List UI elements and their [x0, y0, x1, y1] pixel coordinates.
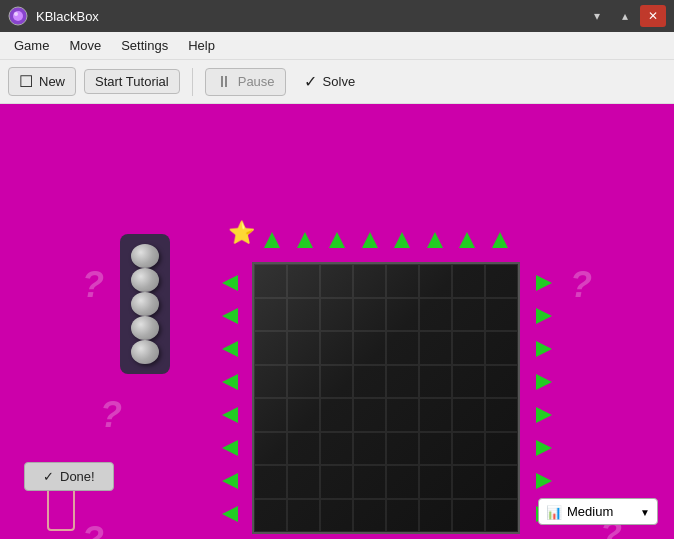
- cell-8-3[interactable]: [320, 499, 353, 533]
- done-button[interactable]: ✓ Done!: [24, 462, 114, 491]
- cell-8-7[interactable]: [452, 499, 485, 533]
- cell-4-7[interactable]: [452, 365, 485, 399]
- solve-button[interactable]: ✓ Solve: [294, 68, 366, 95]
- cell-4-5[interactable]: [386, 365, 419, 399]
- cell-6-8[interactable]: [485, 432, 518, 466]
- cell-3-4[interactable]: [353, 331, 386, 365]
- arrow-left-5[interactable]: [219, 404, 241, 426]
- arrow-right-5[interactable]: [533, 404, 555, 426]
- cell-7-2[interactable]: [287, 465, 320, 499]
- cell-6-4[interactable]: [353, 432, 386, 466]
- arrow-top-7[interactable]: [456, 229, 478, 251]
- arrow-left-1[interactable]: [219, 272, 241, 294]
- cell-5-5[interactable]: [386, 398, 419, 432]
- cell-3-2[interactable]: [287, 331, 320, 365]
- cell-3-1[interactable]: [254, 331, 287, 365]
- cell-2-5[interactable]: [386, 298, 419, 332]
- cell-7-6[interactable]: [419, 465, 452, 499]
- cell-8-8[interactable]: [485, 499, 518, 533]
- menu-help[interactable]: Help: [178, 35, 225, 56]
- cell-2-6[interactable]: [419, 298, 452, 332]
- close-button[interactable]: ✕: [640, 5, 666, 27]
- arrow-top-2[interactable]: [294, 229, 316, 251]
- cell-5-7[interactable]: [452, 398, 485, 432]
- minimize-button[interactable]: ▾: [584, 5, 610, 27]
- arrow-top-1[interactable]: [261, 229, 283, 251]
- cell-4-3[interactable]: [320, 365, 353, 399]
- start-tutorial-button[interactable]: Start Tutorial: [84, 69, 180, 94]
- cell-7-3[interactable]: [320, 465, 353, 499]
- pause-button[interactable]: ⏸ Pause: [205, 68, 286, 96]
- cell-7-4[interactable]: [353, 465, 386, 499]
- arrow-top-3[interactable]: [326, 229, 348, 251]
- maximize-button[interactable]: ▴: [612, 5, 638, 27]
- cell-6-5[interactable]: [386, 432, 419, 466]
- cell-5-2[interactable]: [287, 398, 320, 432]
- cell-8-5[interactable]: [386, 499, 419, 533]
- arrow-left-6[interactable]: [219, 437, 241, 459]
- arrow-top-4[interactable]: [359, 229, 381, 251]
- cell-4-4[interactable]: [353, 365, 386, 399]
- cell-5-3[interactable]: [320, 398, 353, 432]
- menu-settings[interactable]: Settings: [111, 35, 178, 56]
- cell-3-3[interactable]: [320, 331, 353, 365]
- cell-2-1[interactable]: [254, 298, 287, 332]
- cell-5-6[interactable]: [419, 398, 452, 432]
- cell-1-5[interactable]: [386, 264, 419, 298]
- arrow-top-8[interactable]: [489, 229, 511, 251]
- cell-8-1[interactable]: [254, 499, 287, 533]
- cell-1-4[interactable]: [353, 264, 386, 298]
- cell-8-4[interactable]: [353, 499, 386, 533]
- cell-4-8[interactable]: [485, 365, 518, 399]
- cell-8-6[interactable]: [419, 499, 452, 533]
- arrow-right-6[interactable]: [533, 437, 555, 459]
- cell-6-1[interactable]: [254, 432, 287, 466]
- difficulty-select[interactable]: Easy Medium Hard Expert: [538, 498, 658, 525]
- cell-2-3[interactable]: [320, 298, 353, 332]
- arrow-right-3[interactable]: [533, 338, 555, 360]
- cell-2-2[interactable]: [287, 298, 320, 332]
- cell-1-8[interactable]: [485, 264, 518, 298]
- cell-5-4[interactable]: [353, 398, 386, 432]
- cell-7-1[interactable]: [254, 465, 287, 499]
- cell-2-7[interactable]: [452, 298, 485, 332]
- cell-7-8[interactable]: [485, 465, 518, 499]
- arrow-right-2[interactable]: [533, 305, 555, 327]
- cell-3-5[interactable]: [386, 331, 419, 365]
- cell-2-8[interactable]: [485, 298, 518, 332]
- cell-5-1[interactable]: [254, 398, 287, 432]
- new-button[interactable]: ☐ New: [8, 67, 76, 96]
- cell-8-2[interactable]: [287, 499, 320, 533]
- cell-6-2[interactable]: [287, 432, 320, 466]
- menu-game[interactable]: Game: [4, 35, 59, 56]
- cell-1-2[interactable]: [287, 264, 320, 298]
- cell-7-5[interactable]: [386, 465, 419, 499]
- cell-4-1[interactable]: [254, 365, 287, 399]
- cell-6-7[interactable]: [452, 432, 485, 466]
- cell-1-7[interactable]: [452, 264, 485, 298]
- arrow-top-5[interactable]: [391, 229, 413, 251]
- arrow-left-3[interactable]: [219, 338, 241, 360]
- cell-1-6[interactable]: [419, 264, 452, 298]
- cell-3-7[interactable]: [452, 331, 485, 365]
- arrow-right-7[interactable]: [533, 470, 555, 492]
- cell-1-1[interactable]: [254, 264, 287, 298]
- cell-4-2[interactable]: [287, 365, 320, 399]
- game-grid[interactable]: [252, 262, 520, 534]
- cell-7-7[interactable]: [452, 465, 485, 499]
- cell-5-8[interactable]: [485, 398, 518, 432]
- cell-1-3[interactable]: [320, 264, 353, 298]
- cell-6-6[interactable]: [419, 432, 452, 466]
- menu-move[interactable]: Move: [59, 35, 111, 56]
- arrow-top-6[interactable]: [424, 229, 446, 251]
- cell-2-4[interactable]: [353, 298, 386, 332]
- cell-3-8[interactable]: [485, 331, 518, 365]
- cell-4-6[interactable]: [419, 365, 452, 399]
- cell-6-3[interactable]: [320, 432, 353, 466]
- cell-3-6[interactable]: [419, 331, 452, 365]
- arrow-left-2[interactable]: [219, 305, 241, 327]
- arrow-right-1[interactable]: [533, 272, 555, 294]
- arrow-right-4[interactable]: [533, 371, 555, 393]
- arrow-left-7[interactable]: [219, 470, 241, 492]
- arrow-left-4[interactable]: [219, 371, 241, 393]
